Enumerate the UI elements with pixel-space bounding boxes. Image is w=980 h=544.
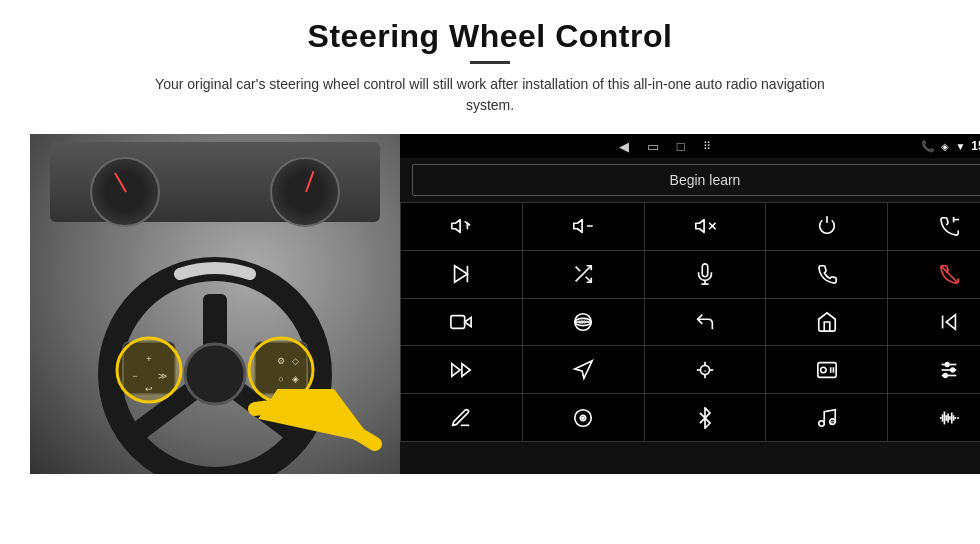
time-display: 15:52 — [971, 139, 980, 153]
grid-cell-bluetooth[interactable] — [645, 394, 766, 441]
grid-cell-vol-up[interactable]: + — [401, 203, 522, 250]
grid-cell-mute[interactable] — [645, 203, 766, 250]
grid-cell-shuffle[interactable] — [523, 251, 644, 298]
page-title: Steering Wheel Control — [130, 18, 850, 55]
statusbar-right: 📞 ◈ ▼ 15:52 — [921, 139, 980, 153]
svg-point-60 — [582, 417, 584, 419]
svg-point-56 — [950, 368, 954, 372]
right-gauge — [270, 157, 340, 227]
svg-point-57 — [943, 373, 947, 377]
grid-cell-back[interactable] — [645, 299, 766, 346]
phone-icon: 📞 — [921, 140, 935, 153]
grid-cell-edit[interactable] — [401, 394, 522, 441]
left-gauge — [90, 157, 160, 227]
svg-marker-43 — [575, 361, 592, 378]
grid-cell-skip-back[interactable] — [888, 299, 980, 346]
svg-line-29 — [576, 267, 581, 272]
wifi-icon: ▼ — [955, 141, 965, 152]
recents-nav-icon[interactable]: □ — [677, 139, 685, 154]
svg-point-55 — [945, 362, 949, 366]
grid-cell-360[interactable]: 360° — [523, 299, 644, 346]
grid-cell-cd[interactable] — [523, 394, 644, 441]
svg-rect-34 — [451, 316, 465, 329]
svg-marker-25 — [455, 266, 468, 283]
back-nav-icon[interactable]: ◀ — [619, 139, 629, 154]
apps-nav-icon[interactable]: ⠿ — [703, 140, 711, 153]
grid-cell-next-track[interactable] — [401, 251, 522, 298]
svg-point-61 — [819, 420, 825, 426]
grid-cell-equalizer[interactable]: = — [645, 346, 766, 393]
content-row: + − ≫ ↩ ⚙ ◇ ○ ◈ — [30, 134, 950, 474]
grid-cell-power[interactable] — [766, 203, 887, 250]
svg-text:=: = — [703, 368, 706, 374]
grid-cell-fast-forward[interactable] — [401, 346, 522, 393]
grid-cell-navigation[interactable] — [523, 346, 644, 393]
grid-cell-phone-prev[interactable] — [888, 203, 980, 250]
svg-marker-41 — [462, 363, 470, 376]
grid-cell-phone[interactable] — [766, 251, 887, 298]
grid-cell-microphone[interactable] — [645, 251, 766, 298]
icon-grid: + — [400, 202, 980, 442]
page-subtitle: Your original car's steering wheel contr… — [130, 74, 850, 116]
grid-cell-dvr[interactable] — [766, 346, 887, 393]
grid-cell-vol-down[interactable] — [523, 203, 644, 250]
android-statusbar: ◀ ▭ □ ⠿ 📞 ◈ ▼ 15:52 — [400, 134, 980, 158]
svg-text:⚙: ⚙ — [830, 419, 835, 426]
android-panel: ◀ ▭ □ ⠿ 📞 ◈ ▼ 15:52 Begin learn — [400, 134, 980, 474]
grid-cell-music[interactable]: ⚙ — [766, 394, 887, 441]
begin-learn-button[interactable]: Begin learn — [412, 164, 980, 196]
grid-cell-waveform[interactable] — [888, 394, 980, 441]
grid-cell-mixer[interactable] — [888, 346, 980, 393]
grid-cell-home[interactable] — [766, 299, 887, 346]
svg-text:+: + — [466, 221, 470, 230]
svg-marker-39 — [946, 315, 955, 330]
home-nav-icon[interactable]: ▭ — [647, 139, 659, 154]
svg-text:360°: 360° — [578, 320, 588, 325]
begin-learn-row: Begin learn — [400, 158, 980, 202]
svg-point-4 — [185, 344, 245, 404]
settings-bar: ⚙ — [400, 442, 980, 474]
svg-point-15 — [117, 338, 181, 402]
title-divider — [470, 61, 510, 64]
location-icon: ◈ — [941, 141, 949, 152]
grid-cell-hang-up[interactable] — [888, 251, 980, 298]
svg-marker-42 — [452, 363, 460, 376]
svg-marker-33 — [465, 317, 471, 326]
arrow-svg — [245, 389, 395, 469]
grid-cell-camera[interactable] — [401, 299, 522, 346]
dashboard — [50, 142, 380, 222]
page-container: Steering Wheel Control Your original car… — [0, 0, 980, 544]
steering-wheel-image: + − ≫ ↩ ⚙ ◇ ○ ◈ — [30, 134, 400, 474]
svg-line-28 — [586, 277, 592, 283]
title-section: Steering Wheel Control Your original car… — [130, 18, 850, 128]
svg-point-49 — [820, 367, 826, 373]
